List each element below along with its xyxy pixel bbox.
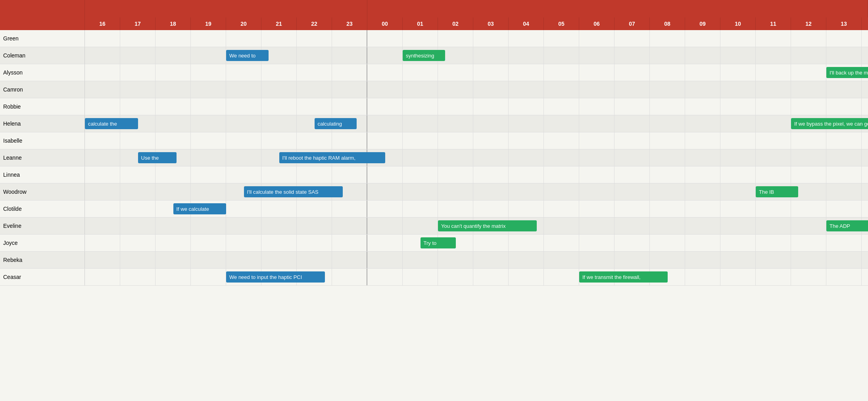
grid-cell bbox=[261, 166, 297, 183]
grid-cell bbox=[579, 98, 615, 115]
grid-cell bbox=[826, 235, 862, 251]
grid-cell bbox=[226, 132, 261, 149]
grid-cell bbox=[297, 47, 332, 64]
grid-lines bbox=[85, 30, 868, 47]
grid-cell bbox=[862, 235, 868, 251]
grid-cell bbox=[756, 115, 791, 132]
grid-cell bbox=[191, 218, 226, 234]
grid-cell bbox=[120, 47, 156, 64]
header-row bbox=[0, 0, 868, 17]
grid-cell bbox=[720, 269, 756, 285]
event-item[interactable]: synthesizing bbox=[403, 50, 445, 61]
hour-cell-03: 03 bbox=[473, 17, 509, 30]
grid-cell bbox=[579, 47, 615, 64]
row-label-isabelle: Isabelle bbox=[0, 132, 85, 149]
row-label-woodrow: Woodrow bbox=[0, 183, 85, 200]
grid-cell bbox=[120, 183, 156, 200]
grid-cell bbox=[85, 166, 120, 183]
grid-cell bbox=[685, 149, 720, 166]
row-content-robbie: Use bbox=[85, 98, 868, 115]
event-item[interactable]: We need to bbox=[226, 50, 269, 61]
event-item[interactable]: The ADP bbox=[826, 220, 868, 231]
grid-cell bbox=[756, 30, 791, 47]
event-item[interactable]: I'll calculate the solid state SAS bbox=[244, 186, 343, 197]
grid-cell bbox=[367, 30, 403, 47]
event-item[interactable]: Use the bbox=[138, 152, 177, 163]
grid-cell bbox=[720, 81, 756, 98]
grid-cell bbox=[191, 115, 226, 132]
event-item[interactable]: I'll back up the mobile IB bus, that bbox=[826, 67, 868, 78]
grid-cell bbox=[756, 252, 791, 268]
hour-row: 1617181920212223000102030405060708091011… bbox=[0, 17, 868, 30]
grid-cell bbox=[367, 98, 403, 115]
grid-cell bbox=[403, 30, 438, 47]
grid-cell bbox=[473, 81, 509, 98]
date-header-jan16 bbox=[367, 0, 868, 17]
grid-cell bbox=[579, 252, 615, 268]
grid-cell bbox=[438, 269, 473, 285]
grid-cell bbox=[509, 30, 544, 47]
grid-cell bbox=[85, 252, 120, 268]
event-item[interactable]: Try to bbox=[421, 237, 456, 248]
grid-lines bbox=[85, 269, 868, 285]
grid-cell bbox=[156, 64, 191, 81]
event-item[interactable]: I'll reboot the haptic RAM alarm, bbox=[279, 152, 385, 163]
event-item[interactable]: The IB bbox=[756, 186, 798, 197]
grid-cell bbox=[473, 30, 509, 47]
grid-cell bbox=[438, 115, 473, 132]
row-label-green: Green bbox=[0, 30, 85, 47]
grid-cell bbox=[261, 115, 297, 132]
grid-cell bbox=[191, 81, 226, 98]
grid-cell bbox=[85, 132, 120, 149]
grid-cell bbox=[226, 64, 261, 81]
grid-cell bbox=[156, 115, 191, 132]
grid-cell bbox=[226, 30, 261, 47]
grid-cell bbox=[756, 81, 791, 98]
row-label-linnea: Linnea bbox=[0, 166, 85, 183]
grid-cell bbox=[438, 166, 473, 183]
grid-cell bbox=[297, 252, 332, 268]
grid-cell bbox=[509, 200, 544, 217]
grid-cell bbox=[438, 183, 473, 200]
grid-cell bbox=[791, 149, 826, 166]
grid-cell bbox=[650, 30, 685, 47]
grid-cell bbox=[615, 64, 650, 81]
event-item[interactable]: If we bypass the pixel, we can get to bbox=[791, 118, 868, 129]
grid-cell bbox=[367, 269, 403, 285]
grid-cell bbox=[403, 81, 438, 98]
grid-cell bbox=[473, 235, 509, 251]
row-label-eveline: Eveline bbox=[0, 218, 85, 234]
event-item[interactable]: If we calculate bbox=[173, 203, 227, 214]
grid-cell bbox=[332, 200, 367, 217]
grid-cell bbox=[862, 132, 868, 149]
event-item[interactable]: You can't quantify the matrix bbox=[438, 220, 537, 231]
event-item[interactable]: calculate the bbox=[85, 118, 138, 129]
grid-cell bbox=[509, 183, 544, 200]
grid-cell bbox=[367, 132, 403, 149]
grid-cell bbox=[120, 64, 156, 81]
table-row: Linnea bbox=[0, 166, 868, 183]
grid-cell bbox=[473, 115, 509, 132]
grid-cell bbox=[367, 81, 403, 98]
grid-cell bbox=[438, 81, 473, 98]
grid-cell bbox=[544, 81, 579, 98]
row-content-woodrow: I'll calculate the solid state SASThe IB bbox=[85, 183, 868, 200]
event-item[interactable]: If we transmit the firewall, bbox=[579, 271, 668, 283]
grid-cell bbox=[191, 252, 226, 268]
event-item[interactable]: We need to input the haptic PCI bbox=[226, 271, 325, 283]
grid-cell bbox=[685, 166, 720, 183]
event-item[interactable]: calculating bbox=[315, 118, 357, 129]
grid-cell bbox=[791, 166, 826, 183]
grid-cell bbox=[650, 218, 685, 234]
table-row: WoodrowI'll calculate the solid state SA… bbox=[0, 183, 868, 200]
grid-cell bbox=[367, 252, 403, 268]
grid-cell bbox=[191, 30, 226, 47]
grid-cell bbox=[720, 183, 756, 200]
grid-cell bbox=[367, 166, 403, 183]
grid-cell bbox=[756, 235, 791, 251]
hour-cell-09: 09 bbox=[685, 17, 720, 30]
grid-cell bbox=[332, 81, 367, 98]
grid-cell bbox=[826, 269, 862, 285]
grid-cell bbox=[756, 269, 791, 285]
grid-cell bbox=[791, 81, 826, 98]
